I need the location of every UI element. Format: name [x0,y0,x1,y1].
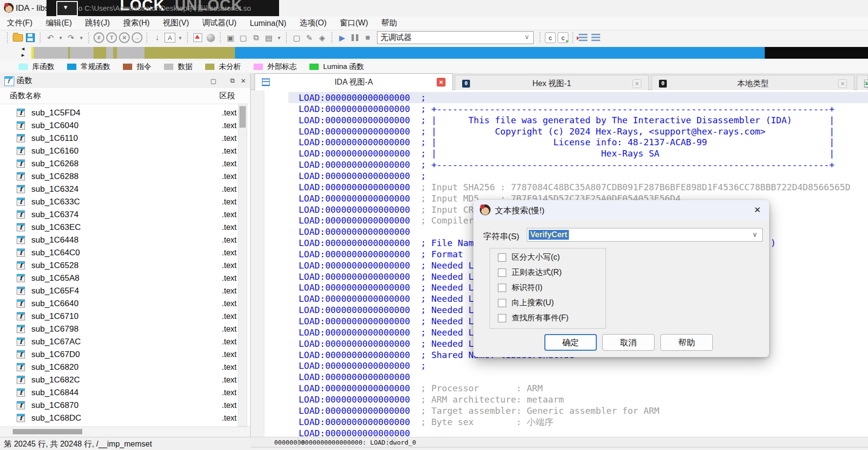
lumina-sphere-button-icon[interactable] [205,32,216,43]
search-string-value[interactable]: VerifyCert [529,230,569,240]
disassembly-line[interactable]: LOAD:0000000000000000 ; Format [299,248,463,260]
list-tool-1-icon[interactable] [578,32,588,43]
checkbox-1[interactable] [498,253,506,262]
window-tool-3[interactable]: ⧉ [251,32,261,43]
help-button[interactable]: 帮助 [660,334,713,351]
column-section[interactable]: 区段 [219,91,237,101]
window-tool-2[interactable]: ▢ [238,32,249,43]
tab-本地类型[interactable]: 本地类型✕ [652,75,854,90]
function-row[interactable]: sub_1C6528.text [0,259,237,272]
disassembly-line[interactable]: LOAD:0000000000000000 ; Input CRC32 [299,204,490,215]
function-row[interactable]: sub_1C6268.text [0,158,237,170]
tab-close-icon[interactable]: ✕ [437,78,446,87]
nav-band-up-arrow[interactable]: ◄ [21,46,25,51]
disassembly-line[interactable]: LOAD:0000000000000000 ; | This file was … [299,114,835,126]
menu-item-4[interactable]: 搜索(H) [123,18,149,28]
open-file-button-icon[interactable] [12,32,23,43]
disassembly-line[interactable]: LOAD:0000000000000000 ; +---------------… [299,103,835,114]
undefine-button-icon[interactable]: ✕ [119,32,130,43]
ok-button[interactable]: 确定 [544,334,597,351]
disassembly-line[interactable]: LOAD:0000000000000000 ; Input SHA256 : 7… [299,181,850,193]
checkbox-3[interactable] [498,284,506,292]
function-row[interactable]: sub_1C6288.text [0,170,237,183]
disassembly-line[interactable]: LOAD:0000000000000000 ; [299,92,426,103]
window-tool-4[interactable]: ▤ [263,32,274,43]
jump-back-menu[interactable]: ▾ [58,32,64,43]
disassembly-line[interactable]: LOAD:0000000000000000 ; Compiler [299,215,474,226]
panel-maximize-button[interactable]: ▢ [209,76,218,85]
menu-item-8[interactable]: 选项(O) [300,18,327,28]
function-row[interactable]: sub_1C68DC.text [0,412,237,425]
disassembly-line[interactable]: LOAD:0000000000000000 ; Needed Li [299,260,479,271]
function-row[interactable]: sub_1C6324.text [0,183,237,196]
scrollbar-thumb[interactable] [239,106,246,128]
edit-button[interactable]: ✎ [304,32,315,43]
checkbox-4[interactable] [498,299,506,307]
function-row[interactable]: sub_1C682C.text [0,374,237,386]
c-run-button-icon[interactable]: c [558,32,568,43]
function-row[interactable]: sub_1C6710.text [0,310,237,323]
tab-Hex 视图-1[interactable]: Hex 视图-1✕ [455,75,649,90]
disassembly-line[interactable]: LOAD:0000000000000000 ; Needed Li [299,293,479,304]
function-row[interactable]: sub_1C67D0.text [0,348,237,361]
dialog-titlebar[interactable]: 文本搜索(慢!) ✕ [473,200,769,220]
menu-item-6[interactable]: 调试器(U) [202,18,236,28]
disassembly-line[interactable]: LOAD:0000000000000000 ; | License info: … [299,136,835,148]
flag-button-icon[interactable] [192,32,203,43]
menu-item-7[interactable]: Lumina(N) [250,19,286,28]
quick-c-button-icon[interactable]: c [545,32,556,43]
debug-stop-button[interactable]: ■ [362,32,373,43]
nav-band-down-arrow[interactable]: ► [21,52,25,58]
disassembly-line[interactable]: LOAD:0000000000000000 [299,371,410,382]
jump-forward-button[interactable]: ↷ [66,32,76,43]
disassembly-line[interactable]: LOAD:0000000000000000 ; Needed Li [299,282,479,293]
jump-forward-menu[interactable]: ▾ [78,32,84,43]
disassembly-line[interactable]: LOAD:0000000000000000 ; +---------------… [299,159,835,170]
function-row[interactable]: sub_1C6820.text [0,361,237,374]
tab-partial[interactable] [857,75,868,90]
save-button-icon[interactable] [25,32,36,43]
function-row[interactable]: sub_1C64C0.text [0,247,237,259]
function-row[interactable]: sub_1C63EC.text [0,221,237,234]
disassembly-line[interactable]: LOAD:0000000000000000 ; [299,170,426,181]
menu-item-2[interactable]: 编辑(E) [46,18,71,28]
jump-address-button-icon[interactable]: → [132,32,142,43]
function-row[interactable]: sub_1C6374.text [0,208,237,221]
desktop-button[interactable]: ▢ [291,32,302,43]
menu-item-5[interactable]: 视图(V) [163,18,189,28]
function-row[interactable]: sub_1C65A8.text [0,272,237,285]
function-row[interactable]: sub_1C6110.text [0,132,237,145]
function-row[interactable]: sub_1C67AC.text [0,336,237,348]
navigation-band[interactable] [31,47,868,59]
arrow-down-button[interactable]: ↓ [152,32,163,43]
data-button-icon[interactable]: # [94,32,104,43]
function-row[interactable]: sub_1C6040.text [0,119,237,132]
function-row[interactable]: sub_1C65F4.text [0,285,237,297]
disassembly-line[interactable]: LOAD:0000000000000000 ; Target assembler… [299,405,659,416]
function-row[interactable]: sub_1C6798.text [0,323,237,336]
disassembly-line[interactable]: LOAD:0000000000000000 ; | Copyright (c) … [299,126,835,137]
strings-menu[interactable]: ▾ [177,32,183,43]
window-tool-1[interactable]: ▣ [225,32,236,43]
column-function-name[interactable]: 函数名称 [10,91,41,101]
disassembly-line[interactable]: LOAD:0000000000000000 ; ARM architecture… [299,394,564,405]
menu-item-3[interactable]: 跳转(J) [85,18,110,28]
menu-item-9[interactable]: 窗口(W) [340,18,368,28]
disassembly-line[interactable]: LOAD:0000000000000000 ; Needed Li [299,315,479,327]
overlay-dropdown[interactable] [56,1,78,16]
function-row[interactable]: sub_1C6160.text [0,145,237,158]
debug-start-button[interactable]: ▶ [337,32,348,43]
panel-float-button[interactable]: ⧉ [228,76,237,85]
tab-close-icon[interactable]: ✕ [838,79,847,88]
cancel-button[interactable]: 取消 [602,334,655,351]
disassembly-line[interactable]: LOAD:0000000000000000 ; | Hex-Rays SA | [299,148,835,159]
checkbox-2[interactable] [498,269,506,277]
jump-back-button[interactable]: ↶ [45,32,56,43]
disassembly-line[interactable]: LOAD:0000000000000000 ; Processor : ARM [299,382,543,394]
dialog-close-icon[interactable]: ✕ [751,204,764,216]
disassembly-line[interactable]: LOAD:0000000000000000 ; [299,360,426,371]
menu-item-10[interactable]: 帮助 [381,18,397,28]
disassembly-line[interactable]: LOAD:0000000000000000 ; File Name [299,237,479,248]
function-row[interactable]: sub_1C633C.text [0,196,237,208]
menu-item-1[interactable]: 文件(F) [7,18,32,28]
